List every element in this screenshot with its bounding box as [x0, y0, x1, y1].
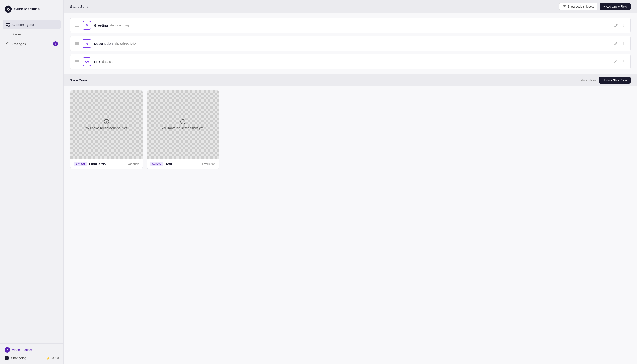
- drag-handle-uid[interactable]: [74, 60, 80, 64]
- video-tutorials-label: Video tutorials: [12, 348, 32, 352]
- more-button-greeting[interactable]: [621, 22, 627, 28]
- field-path-description: data.description: [115, 42, 138, 45]
- field-name-greeting: Greeting: [94, 24, 108, 27]
- slice-card-linkcards[interactable]: i You have no screenshot yet. Synced Lin…: [70, 90, 143, 169]
- code-icon: [562, 4, 566, 8]
- no-screenshot-linkcards: You have no screenshot yet.: [85, 126, 128, 130]
- slice-variation-text: 1 variation: [202, 162, 216, 166]
- version-label: ⚡ v0.5.0: [46, 356, 59, 360]
- drag-handle-description[interactable]: [74, 41, 80, 46]
- slice-zone-title: Slice Zone: [70, 78, 87, 82]
- more-icon-description: [622, 42, 626, 46]
- field-path-greeting: data.greeting: [110, 24, 129, 27]
- svg-point-16: [624, 42, 624, 43]
- add-new-field-button[interactable]: + Add a new Field: [600, 3, 631, 10]
- slice-footer-linkcards: Synced LinkCards 1 variation: [70, 158, 143, 169]
- slice-variation-linkcards: 1 variation: [125, 162, 139, 166]
- field-row-uid: UID data.uid: [70, 54, 631, 70]
- edit-button-uid[interactable]: [613, 59, 619, 64]
- svg-point-13: [624, 25, 624, 26]
- svg-line-11: [616, 24, 617, 25]
- svg-point-14: [624, 26, 624, 27]
- edit-button-description[interactable]: [613, 40, 619, 46]
- pencil-icon-greeting: [614, 23, 618, 27]
- field-name-description: Description: [94, 42, 113, 46]
- svg-rect-3: [8, 23, 10, 24]
- svg-point-24: [624, 60, 624, 61]
- sidebar: Slice Machine Custom Types: [0, 0, 64, 364]
- svg-point-17: [624, 43, 624, 44]
- info-icon-text: i: [180, 119, 186, 124]
- fields-area: Tr Greeting data.greeting: [64, 13, 637, 74]
- field-info-greeting: Greeting data.greeting: [94, 24, 610, 27]
- sidebar-logo: Slice Machine: [0, 0, 64, 19]
- svg-point-26: [624, 62, 624, 63]
- custom-types-icon: [6, 22, 10, 27]
- field-path-uid: data.uid: [102, 60, 114, 64]
- video-tutorials-link[interactable]: Video tutorials: [4, 347, 59, 352]
- more-button-uid[interactable]: [621, 59, 627, 64]
- update-slice-zone-button[interactable]: Update Slice Zone: [599, 77, 631, 84]
- field-info-uid: UID data.uid: [94, 60, 610, 64]
- more-icon-uid: [622, 60, 626, 64]
- drag-handle-greeting[interactable]: [74, 23, 80, 28]
- more-icon-greeting: [622, 23, 626, 27]
- pencil-icon-description: [614, 42, 618, 46]
- custom-types-label: Custom Types: [12, 23, 34, 26]
- sidebar-item-changes[interactable]: Changes 1: [3, 39, 61, 49]
- field-type-icon-uid: [82, 57, 91, 66]
- field-name-uid: UID: [94, 60, 100, 64]
- changes-icon: [6, 42, 10, 46]
- slice-zone-path: data.slices: [581, 78, 596, 82]
- changelog-row: i Changelog ⚡ v0.5.0: [4, 356, 59, 360]
- field-row-greeting: Tr Greeting data.greeting: [70, 18, 631, 33]
- key-svg-icon: [85, 60, 89, 64]
- sidebar-item-slices[interactable]: Slices: [3, 30, 61, 39]
- edit-button-greeting[interactable]: [613, 22, 619, 28]
- static-zone-title: Static Zone: [70, 4, 88, 8]
- sidebar-footer: Video tutorials i Changelog ⚡ v0.5.0: [0, 343, 64, 364]
- field-actions-uid: [613, 59, 627, 64]
- svg-rect-5: [8, 25, 10, 26]
- field-type-icon-greeting: Tr: [82, 21, 91, 30]
- logo-icon: [4, 6, 12, 13]
- slice-name-text: Text: [166, 162, 172, 166]
- main-content: Static Zone Show code snippets + Add a n…: [64, 0, 637, 364]
- changelog-label: Changelog: [11, 356, 26, 360]
- svg-rect-4: [6, 25, 8, 26]
- field-row-description: Tr Description data.description: [70, 36, 631, 51]
- svg-line-10: [564, 5, 565, 8]
- slice-preview-linkcards: i You have no screenshot yet.: [70, 90, 143, 158]
- slice-name-linkcards: LinkCards: [89, 162, 106, 166]
- svg-line-15: [616, 42, 617, 43]
- slice-zone-header: Slice Zone data.slices Update Slice Zone: [64, 74, 637, 86]
- field-actions-greeting: [613, 22, 627, 28]
- synced-badge-text: Synced: [150, 162, 163, 166]
- slices-icon: [6, 32, 10, 36]
- pencil-icon-uid: [614, 60, 618, 64]
- slice-preview-text: i You have no screenshot yet.: [147, 90, 219, 158]
- lightning-icon: ⚡: [46, 356, 50, 360]
- svg-point-1: [8, 10, 9, 11]
- svg-point-0: [5, 6, 12, 12]
- changes-label: Changes: [12, 42, 26, 46]
- changelog-icon: i: [4, 356, 9, 360]
- svg-rect-2: [6, 23, 8, 24]
- slice-card-text[interactable]: i You have no screenshot yet. Synced Tex…: [146, 90, 219, 169]
- play-icon: [4, 347, 10, 352]
- show-code-label: Show code snippets: [568, 5, 594, 8]
- static-zone-actions: Show code snippets + Add a new Field: [559, 3, 631, 10]
- slices-grid: i You have no screenshot yet. Synced Lin…: [64, 90, 637, 169]
- field-actions-description: [613, 40, 627, 46]
- slice-zone-actions: data.slices Update Slice Zone: [581, 77, 631, 84]
- svg-point-18: [624, 44, 624, 45]
- slice-zone-area: Slice Zone data.slices Update Slice Zone…: [64, 74, 637, 174]
- sidebar-item-custom-types[interactable]: Custom Types: [3, 20, 61, 29]
- show-code-button[interactable]: Show code snippets: [559, 3, 598, 10]
- synced-badge-linkcards: Synced: [74, 162, 87, 166]
- static-zone-header: Static Zone Show code snippets + Add a n…: [64, 0, 637, 13]
- more-button-description[interactable]: [621, 40, 627, 46]
- changes-badge: 1: [53, 42, 58, 46]
- info-icon-linkcards: i: [104, 119, 109, 124]
- sidebar-nav: Custom Types Slices Changes 1: [0, 19, 64, 343]
